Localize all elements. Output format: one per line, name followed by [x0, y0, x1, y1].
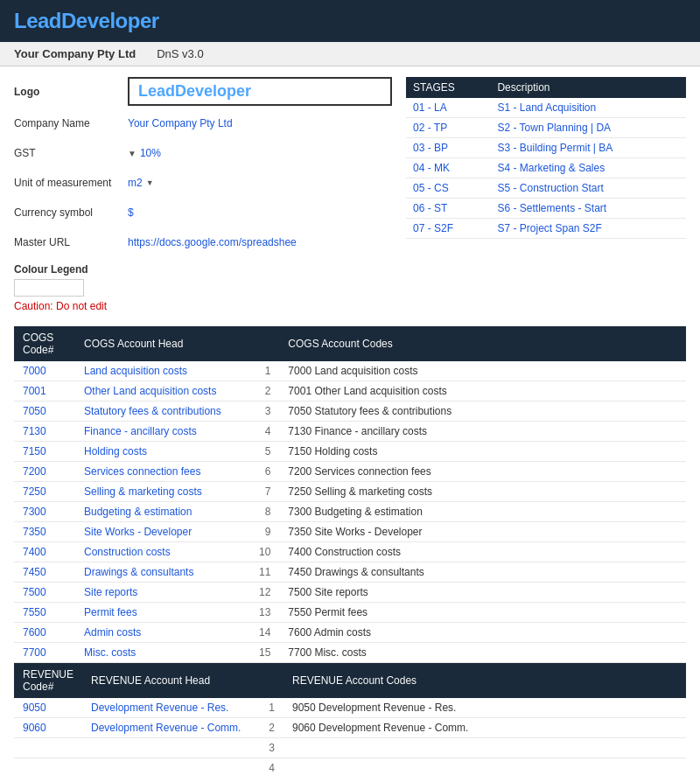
- cogs-code-cell: 7000: [14, 361, 75, 381]
- rev-code-cell: [14, 758, 82, 776]
- cogs-row: 7300 Budgeting & estimation 8 7300 Budge…: [14, 502, 686, 522]
- stage-desc: S6 - Settlements - Start: [490, 199, 686, 219]
- cogs-row: 7130 Finance - ancillary costs 4 7130 Fi…: [14, 422, 686, 442]
- stage-row: 07 - S2F S7 - Project Span S2F: [406, 219, 686, 239]
- cogs-full-code: 7001 Other Land acquisition costs: [279, 381, 686, 401]
- gst-row: GST ▼ 10%: [14, 141, 392, 165]
- cogs-head-cell: Budgeting & estimation: [75, 502, 250, 522]
- revenue-table: REVENUE Code# REVENUE Account Head REVEN…: [14, 663, 686, 775]
- cogs-row: 7550 Permit fees 13 7550 Permit fees: [14, 603, 686, 623]
- cogs-head-cell: Holding costs: [75, 442, 250, 462]
- unit-value[interactable]: m2 ▼: [128, 177, 392, 189]
- cogs-num-cell: 15: [250, 643, 279, 663]
- rev-codes-header: REVENUE Account Codes: [284, 663, 686, 698]
- cogs-full-code: 7130 Finance - ancillary costs: [279, 422, 686, 442]
- company-name-value: Your Company Pty Ltd: [128, 117, 392, 129]
- cogs-row: 7250 Selling & marketing costs 7 7250 Se…: [14, 482, 686, 502]
- unit-dropdown-icon: ▼: [146, 178, 154, 187]
- company-name-header: Your Company Pty Ltd: [14, 47, 136, 60]
- currency-row: Currency symbol $: [14, 200, 392, 225]
- logo-dev: Developer: [61, 9, 159, 32]
- cogs-full-code: 7550 Permit fees: [279, 603, 686, 623]
- cogs-code-cell: 7050: [14, 401, 75, 422]
- logo-display: LeadDeveloper: [128, 77, 392, 106]
- cogs-full-code: 7400 Construction costs: [279, 542, 686, 562]
- stage-row: 01 - LA S1 - Land Acquisition: [406, 98, 686, 118]
- cogs-num-cell: 9: [250, 522, 279, 542]
- cogs-code-header: COGS Code#: [14, 326, 75, 361]
- cogs-code-cell: 7250: [14, 482, 75, 502]
- stage-desc: S2 - Town Planning | DA: [490, 118, 686, 138]
- stages-panel: STAGES Description 01 - LA S1 - Land Acq…: [406, 77, 686, 312]
- app-logo: LeadDeveloper: [14, 9, 159, 33]
- logo-lead: Lead: [14, 9, 61, 32]
- stage-code: 03 - BP: [406, 138, 490, 158]
- cogs-row: 7350 Site Works - Developer 9 7350 Site …: [14, 522, 686, 542]
- stage-row: 05 - CS S5 - Construction Start: [406, 178, 686, 199]
- stages-col-header: STAGES: [406, 77, 490, 98]
- cogs-head-cell: Statutory fees & contributions: [75, 401, 250, 422]
- cogs-head-cell: Land acquisition costs: [75, 361, 250, 381]
- cogs-head-cell: Construction costs: [75, 542, 250, 562]
- cogs-row: 7000 Land acquisition costs 1 7000 Land …: [14, 361, 686, 381]
- rev-head-cell: [82, 758, 257, 776]
- cogs-head-cell: Permit fees: [75, 603, 250, 623]
- cogs-num-cell: 3: [250, 401, 279, 422]
- cogs-code-cell: 7300: [14, 502, 75, 522]
- rev-full-code: [284, 758, 686, 776]
- cogs-num-cell: 7: [250, 482, 279, 502]
- cogs-full-code: 7500 Site reports: [279, 583, 686, 603]
- main-content: Logo LeadDeveloper Company Name Your Com…: [0, 66, 700, 775]
- cogs-num-cell: 4: [250, 422, 279, 442]
- cogs-head-header: COGS Account Head: [75, 326, 250, 361]
- revenue-row: 3: [14, 738, 686, 758]
- cogs-code-cell: 7600: [14, 623, 75, 643]
- cogs-head-cell: Site Works - Developer: [75, 522, 250, 542]
- rev-code-cell: [14, 738, 82, 758]
- rev-num-cell: 2: [257, 718, 284, 738]
- revenue-row: 9060 Development Revenue - Comm. 2 9060 …: [14, 718, 686, 738]
- stage-code: 02 - TP: [406, 118, 490, 138]
- cogs-code-cell: 7400: [14, 542, 75, 562]
- cogs-head-cell: Misc. costs: [75, 643, 250, 663]
- company-name-row: Company Name Your Company Pty Ltd: [14, 111, 392, 136]
- cogs-full-code: 7250 Selling & marketing costs: [279, 482, 686, 502]
- cogs-num-cell: 8: [250, 502, 279, 522]
- rev-num-cell: 4: [257, 758, 284, 776]
- rev-num-header: [257, 663, 284, 698]
- cogs-head-cell: Other Land acquisition costs: [75, 381, 250, 401]
- stage-row: 02 - TP S2 - Town Planning | DA: [406, 118, 686, 138]
- stage-desc: S7 - Project Span S2F: [490, 219, 686, 239]
- cogs-num-cell: 12: [250, 583, 279, 603]
- unit-row: Unit of measurement m2 ▼: [14, 171, 392, 195]
- sub-header: Your Company Pty Ltd DnS v3.0: [0, 42, 700, 66]
- cogs-code-cell: 7200: [14, 462, 75, 482]
- rev-full-code: [284, 738, 686, 758]
- revenue-row: 4: [14, 758, 686, 776]
- gst-value[interactable]: ▼ 10%: [128, 147, 392, 159]
- rev-code-cell: 9050: [14, 698, 82, 718]
- stage-code: 01 - LA: [406, 98, 490, 118]
- master-url-value[interactable]: https://docs.google.com/spreadshee: [128, 236, 303, 248]
- stage-code: 04 - MK: [406, 158, 490, 178]
- cogs-head-cell: Admin costs: [75, 623, 250, 643]
- version-label: DnS v3.0: [157, 47, 203, 60]
- cogs-full-code: 7150 Holding costs: [279, 442, 686, 462]
- cogs-full-code: 7450 Drawings & consultants: [279, 562, 686, 583]
- rev-full-code: 9060 Development Revenue - Comm.: [284, 718, 686, 738]
- rev-code-header: REVENUE Code#: [14, 663, 82, 698]
- cogs-num-header: [250, 326, 279, 361]
- logo-box-lead: Lead: [138, 82, 175, 101]
- stages-table: STAGES Description 01 - LA S1 - Land Acq…: [406, 77, 686, 239]
- cogs-num-cell: 13: [250, 603, 279, 623]
- left-panel: Logo LeadDeveloper Company Name Your Com…: [14, 77, 392, 312]
- cogs-row: 7600 Admin costs 14 7600 Admin costs: [14, 623, 686, 643]
- rev-head-header: REVENUE Account Head: [82, 663, 257, 698]
- rev-num-cell: 3: [257, 738, 284, 758]
- cogs-full-code: 7300 Budgeting & estimation: [279, 502, 686, 522]
- stage-desc: S1 - Land Acquisition: [490, 98, 686, 118]
- desc-col-header: Description: [490, 77, 686, 98]
- cogs-row: 7200 Services connection fees 6 7200 Ser…: [14, 462, 686, 482]
- stage-desc: S4 - Marketing & Sales: [490, 158, 686, 178]
- cogs-head-cell: Site reports: [75, 583, 250, 603]
